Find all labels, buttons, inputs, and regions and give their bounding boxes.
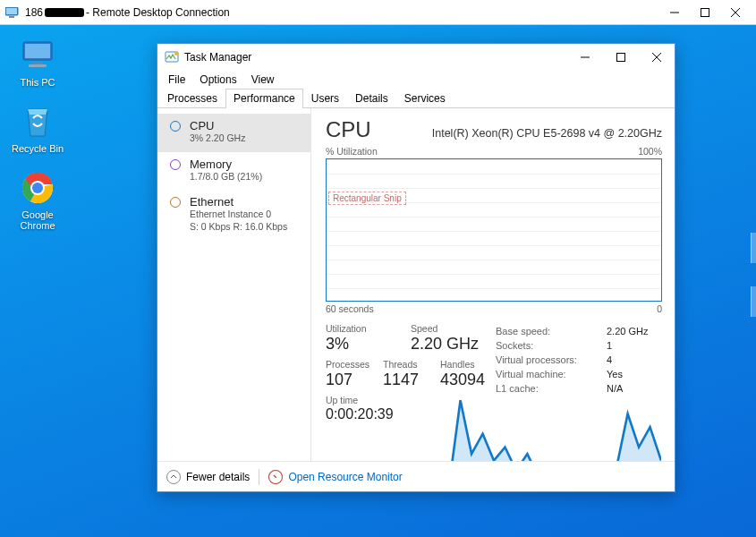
sidebar-item-label: Memory	[190, 158, 302, 171]
tab-details[interactable]: Details	[347, 89, 396, 108]
desktop-icon-this-pc[interactable]: This PC	[5, 38, 70, 88]
tab-performance[interactable]: Performance	[225, 89, 303, 108]
cpu-dot-icon	[170, 121, 181, 132]
sidebar-item-label: Ethernet	[190, 195, 302, 209]
divider	[259, 469, 259, 485]
svg-rect-8	[25, 44, 50, 58]
maximize-button[interactable]	[603, 44, 639, 71]
sidebar-item-sub: 1.7/8.0 GB (21%)	[190, 171, 302, 183]
sidebar-item-sub: 3% 2.20 GHz	[190, 132, 302, 145]
sidebar-item-sub: Ethernet Instance 0	[190, 209, 302, 221]
open-resource-monitor-link[interactable]: Open Resource Monitor	[288, 471, 402, 483]
rdp-ip-prefix: 186	[25, 6, 43, 19]
task-manager-window: Task Manager File Options View Processes…	[157, 43, 675, 492]
background-window-edge	[751, 233, 756, 263]
redacted-ip	[45, 8, 84, 17]
task-manager-icon	[165, 50, 179, 64]
task-manager-titlebar[interactable]: Task Manager	[157, 44, 675, 71]
menu-options[interactable]: Options	[192, 72, 243, 88]
recycle-bin-icon	[20, 104, 55, 140]
svg-rect-4	[701, 8, 709, 16]
rdp-icon	[5, 7, 20, 18]
sidebar-item-ethernet[interactable]: Ethernet Ethernet Instance 0 S: 0 Kbps R…	[157, 190, 310, 240]
rdp-maximize-button[interactable]	[690, 0, 720, 25]
desktop-icon-label: Google Chrome	[5, 209, 70, 231]
fewer-details-link[interactable]: Fewer details	[186, 471, 250, 483]
menu-file[interactable]: File	[161, 72, 192, 88]
desktop[interactable]: This PC Recycle Bin Google Chrome Task M…	[0, 25, 756, 537]
sidebar-item-label: CPU	[190, 119, 302, 132]
resource-monitor-icon	[266, 466, 286, 487]
menu-bar: File Options View	[157, 71, 675, 89]
desktop-icon-chrome[interactable]: Google Chrome	[5, 170, 70, 231]
svg-rect-2	[9, 16, 14, 18]
rdp-title-bar: 186 - Remote Desktop Connection	[0, 0, 756, 25]
svg-rect-10	[29, 64, 47, 67]
cpu-utilization-chart[interactable]: Rectangular Snip	[326, 158, 662, 302]
tab-services[interactable]: Services	[396, 89, 454, 108]
monitor-icon	[20, 38, 55, 73]
memory-dot-icon	[170, 159, 181, 170]
task-manager-title: Task Manager	[184, 51, 251, 64]
tab-bar: Processes Performance Users Details Serv…	[157, 89, 675, 108]
menu-view[interactable]: View	[244, 72, 282, 88]
minimize-button[interactable]	[567, 44, 603, 71]
svg-point-15	[174, 52, 178, 55]
chrome-icon	[20, 170, 55, 206]
ethernet-dot-icon	[170, 197, 181, 208]
rdp-close-button[interactable]	[720, 0, 751, 25]
chart-label-top-right: 100%	[638, 146, 662, 157]
background-window-edge	[751, 286, 756, 317]
rdp-title-suffix: - Remote Desktop Connection	[86, 6, 230, 19]
desktop-icon-label: Recycle Bin	[5, 143, 70, 154]
svg-line-20	[274, 474, 276, 477]
svg-rect-1	[6, 8, 17, 14]
main-panel: CPU Intel(R) Xeon(R) CPU E5-2698 v4 @ 2.…	[311, 108, 675, 461]
desktop-icon-label: This PC	[5, 77, 70, 88]
close-button[interactable]	[639, 44, 675, 71]
task-manager-footer: Fewer details Open Resource Monitor	[157, 461, 675, 491]
rdp-minimize-button[interactable]	[659, 0, 690, 25]
cpu-model-name: Intel(R) Xeon(R) CPU E5-2698 v4 @ 2.20GH…	[432, 127, 662, 140]
sidebar: CPU 3% 2.20 GHz Memory 1.7/8.0 GB (21%) …	[157, 108, 311, 461]
tab-users[interactable]: Users	[303, 89, 347, 108]
svg-rect-17	[617, 54, 625, 62]
desktop-icon-recycle-bin[interactable]: Recycle Bin	[5, 104, 70, 154]
sidebar-item-memory[interactable]: Memory 1.7/8.0 GB (21%)	[157, 152, 310, 191]
sidebar-item-sub: S: 0 Kbps R: 16.0 Kbps	[190, 221, 302, 234]
svg-rect-9	[32, 62, 43, 64]
svg-point-13	[32, 183, 43, 193]
chart-label-top-left: % Utilization	[326, 146, 378, 157]
chevron-up-icon[interactable]	[166, 470, 181, 484]
sidebar-item-cpu[interactable]: CPU 3% 2.20 GHz	[157, 114, 310, 152]
tab-processes[interactable]: Processes	[159, 89, 225, 108]
main-heading: CPU	[326, 117, 371, 142]
